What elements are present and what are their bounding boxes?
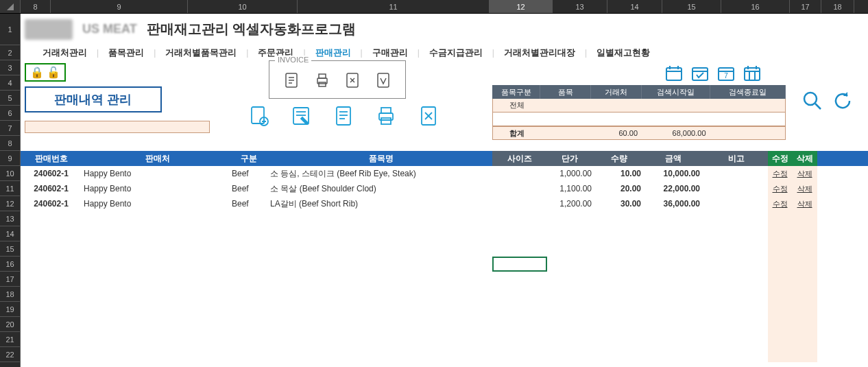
delete-button[interactable]: 삭제 [793, 166, 817, 181]
delete-button[interactable] [793, 211, 817, 226]
row-header[interactable]: 19 [0, 302, 21, 317]
cell-amt[interactable]: 36,000.00 [646, 196, 705, 211]
cell-cat[interactable]: Beef [232, 196, 266, 211]
edit-button[interactable] [768, 272, 793, 287]
cell-amt[interactable]: 22,000.00 [646, 181, 705, 196]
filter-item-value[interactable] [541, 99, 592, 112]
cell-amt[interactable]: 10,000.00 [646, 166, 705, 181]
cal-week-icon[interactable]: 7 [717, 64, 736, 84]
cell-price[interactable]: 1,000.00 [547, 166, 596, 181]
delete-button[interactable] [793, 272, 817, 287]
col-header[interactable]: 14 [607, 0, 662, 13]
refresh-icon[interactable] [832, 91, 854, 113]
row-header[interactable]: 16 [0, 257, 21, 272]
col-header[interactable]: 13 [553, 0, 607, 13]
edit-button[interactable] [768, 302, 793, 317]
doc-delete-icon[interactable] [415, 103, 442, 129]
delete-button[interactable] [793, 287, 817, 302]
nav-account-mgmt[interactable]: 거래처관리 [37, 47, 93, 59]
cell-price[interactable]: 1,200.00 [547, 196, 596, 211]
invoice-pdf-icon[interactable] [374, 71, 393, 90]
cell-note[interactable] [705, 166, 768, 181]
row-header[interactable]: 6 [0, 106, 21, 121]
cell-item[interactable]: 소 등심, 스테이크 (Beef Rib Eye, Steak) [266, 166, 492, 181]
filter-start-value[interactable] [642, 99, 710, 112]
edit-button[interactable]: 수정 [768, 166, 793, 181]
col-header[interactable]: 8 [21, 0, 51, 13]
edit-button[interactable] [768, 241, 793, 257]
lock-icon[interactable]: 🔒 [30, 66, 44, 79]
filter-category-value[interactable]: 전체 [493, 99, 541, 112]
search-icon[interactable] [802, 91, 824, 113]
row-header[interactable]: 10 [0, 166, 21, 181]
row-header[interactable]: 4 [0, 75, 21, 91]
cal-check-icon[interactable] [691, 64, 710, 84]
edit-button[interactable]: 수정 [768, 181, 793, 196]
filter-vendor-value[interactable] [591, 99, 642, 112]
edit-button[interactable] [768, 347, 793, 362]
cell-id[interactable]: 240602-1 [21, 181, 80, 196]
row-header[interactable]: 18 [0, 287, 21, 302]
delete-button[interactable] [793, 317, 817, 332]
cal-day-icon[interactable] [665, 64, 684, 84]
edit-button[interactable] [768, 332, 793, 347]
cell-qty[interactable]: 20.00 [596, 181, 646, 196]
row-header[interactable]: 8 [0, 136, 21, 151]
edit-button[interactable] [768, 287, 793, 302]
row-header[interactable]: 9 [0, 151, 21, 166]
invoice-new-icon[interactable] [282, 71, 301, 90]
row-header[interactable]: 1 [0, 14, 21, 45]
cell-id[interactable]: 240602-1 [21, 196, 80, 211]
cell-note[interactable] [705, 196, 768, 211]
delete-button[interactable]: 삭제 [793, 196, 817, 211]
doc-view-icon[interactable] [330, 103, 357, 129]
nav-vendor-item-mgmt[interactable]: 거래처별품목관리 [160, 47, 242, 59]
nav-purchase-mgmt[interactable]: 구매관리 [367, 47, 413, 59]
print-icon[interactable] [373, 103, 399, 129]
cell-size[interactable] [492, 166, 547, 181]
cell-cat[interactable]: Beef [232, 181, 266, 196]
row-header[interactable]: 22 [0, 347, 21, 362]
delete-button[interactable]: 삭제 [793, 181, 817, 196]
col-header[interactable]: 9 [51, 0, 188, 13]
cell-size[interactable] [492, 181, 547, 196]
delete-button[interactable] [793, 332, 817, 347]
cell-note[interactable] [705, 181, 768, 196]
delete-button[interactable] [793, 302, 817, 317]
unlock-icon[interactable]: 🔓 [47, 66, 60, 79]
row-header[interactable]: 23 [0, 362, 21, 367]
doc-edit-icon[interactable] [288, 103, 314, 129]
cell-item[interactable]: LA갈비 (Beef Short Rib) [266, 196, 492, 211]
row-header[interactable]: 11 [0, 181, 21, 196]
edit-button[interactable] [768, 226, 793, 241]
cell-price[interactable]: 1,100.00 [547, 181, 596, 196]
row-header[interactable]: 21 [0, 332, 21, 347]
nav-sales-mgmt[interactable]: 판매관리 [310, 47, 357, 59]
col-header[interactable]: 18 [821, 0, 854, 13]
row-header[interactable]: 20 [0, 317, 21, 332]
nav-daily-stock[interactable]: 일별재고현황 [591, 47, 655, 59]
col-header[interactable]: 16 [721, 0, 790, 13]
row-header[interactable]: 5 [0, 91, 21, 106]
row-header[interactable]: 14 [0, 226, 21, 241]
filter-end-value[interactable] [710, 99, 785, 112]
cell-id[interactable]: 240602-1 [21, 166, 80, 181]
cell-cat[interactable]: Beef [232, 166, 266, 181]
col-header[interactable]: 15 [662, 0, 721, 13]
cell-qty[interactable]: 30.00 [596, 196, 646, 211]
cell-vendor[interactable]: Happy Bento [80, 196, 232, 211]
col-header[interactable]: 17 [790, 0, 821, 13]
row-header[interactable]: 3 [0, 60, 21, 75]
row-header[interactable]: 2 [0, 45, 21, 60]
nav-item-mgmt[interactable]: 품목관리 [103, 47, 149, 59]
cal-month-icon[interactable] [743, 64, 762, 84]
input-cell[interactable] [25, 121, 210, 133]
delete-button[interactable] [793, 226, 817, 241]
cell-qty[interactable]: 10.00 [596, 166, 646, 181]
delete-button[interactable] [793, 347, 817, 362]
row-header[interactable]: 13 [0, 211, 21, 226]
invoice-delete-icon[interactable] [343, 71, 362, 90]
col-header[interactable]: 11 [298, 0, 490, 13]
delete-button[interactable] [793, 257, 817, 272]
cell-size[interactable] [492, 196, 547, 211]
